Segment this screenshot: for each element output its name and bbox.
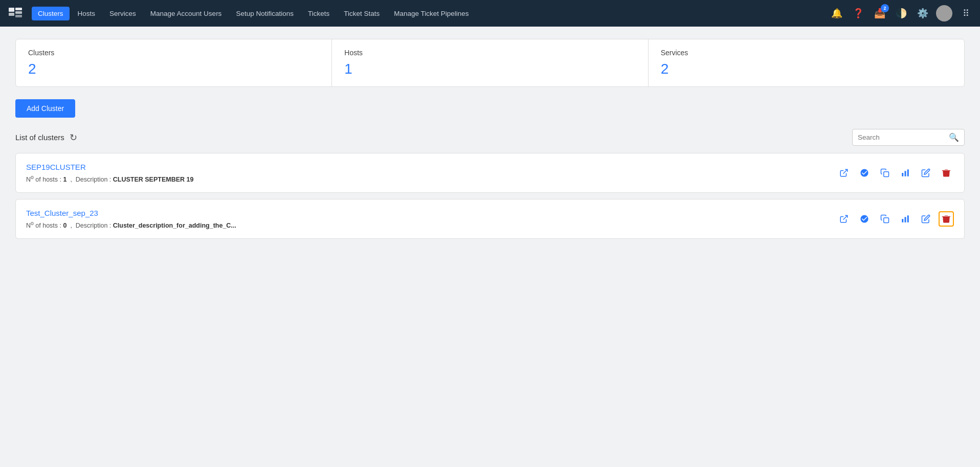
check-icon-button[interactable] [857, 211, 872, 227]
search-icon: 🔍 [949, 132, 959, 142]
theme-icon: 🌓 [896, 8, 907, 19]
refresh-icon: ↻ [70, 132, 77, 143]
nav-ticket-stats[interactable]: Ticket Stats [338, 7, 386, 20]
svg-rect-2 [15, 8, 22, 10]
help-button[interactable]: ❓ [850, 5, 866, 21]
list-title-wrap: List of clusters ↻ [15, 132, 77, 143]
edit-icon-button[interactable] [918, 211, 933, 227]
stat-value-hosts: 1 [344, 61, 635, 77]
cluster-meta: No of hosts : 1 , Description : CLUSTER … [26, 174, 193, 183]
messages-badge: 2 [881, 4, 889, 12]
stat-cards: Clusters 2 Hosts 1 Services 2 [15, 39, 965, 87]
svg-rect-0 [9, 8, 14, 12]
svg-rect-9 [907, 169, 909, 176]
bell-icon: 🔔 [831, 8, 842, 19]
stat-card-services: Services 2 [649, 39, 964, 86]
open-external-icon-button[interactable] [836, 211, 852, 227]
svg-rect-11 [884, 218, 889, 223]
help-icon: ❓ [853, 8, 864, 19]
list-header: List of clusters ↻ 🔍 [15, 129, 965, 146]
gear-icon: ⚙️ [917, 8, 928, 19]
delete-icon-button[interactable] [939, 165, 954, 181]
search-input[interactable] [858, 134, 946, 141]
svg-rect-12 [902, 219, 903, 223]
nav-manage-account-users[interactable]: Manage Account Users [144, 7, 228, 20]
cluster-name[interactable]: Test_Cluster_sep_23 [26, 209, 236, 217]
chart-icon-button[interactable] [898, 211, 913, 227]
cluster-info: SEP19CLUSTER No of hosts : 1 , Descripti… [26, 163, 193, 183]
settings-button[interactable]: ⚙️ [915, 5, 931, 21]
user-avatar[interactable] [936, 5, 952, 21]
notifications-button[interactable]: 🔔 [829, 5, 845, 21]
nav-setup-notifications[interactable]: Setup Notifications [230, 7, 300, 20]
copy-icon-button[interactable] [877, 165, 893, 181]
svg-rect-6 [884, 172, 889, 177]
delete-icon-button[interactable] [939, 211, 954, 227]
cluster-actions [836, 211, 954, 227]
svg-rect-8 [905, 171, 906, 176]
nav-services[interactable]: Services [103, 7, 142, 20]
cluster-card: SEP19CLUSTER No of hosts : 1 , Descripti… [15, 153, 965, 193]
messages-button[interactable]: 📥 2 [872, 5, 888, 21]
cluster-list: SEP19CLUSTER No of hosts : 1 , Descripti… [15, 153, 965, 239]
svg-rect-13 [905, 217, 906, 223]
svg-line-5 [843, 169, 848, 173]
add-cluster-button[interactable]: Add Cluster [15, 99, 75, 118]
stat-label-clusters: Clusters [28, 49, 319, 57]
nav-clusters[interactable]: Clusters [32, 7, 70, 20]
chart-icon-button[interactable] [898, 165, 913, 181]
cluster-meta: No of hosts : 0 , Description : Cluster_… [26, 220, 236, 229]
apps-button[interactable]: ⠿ [957, 5, 974, 21]
svg-rect-3 [15, 11, 22, 14]
cluster-info: Test_Cluster_sep_23 No of hosts : 0 , De… [26, 209, 236, 229]
stat-value-clusters: 2 [28, 61, 319, 77]
stat-value-services: 2 [661, 61, 952, 77]
nav-tickets[interactable]: Tickets [302, 7, 336, 20]
nav-manage-ticket-pipelines[interactable]: Manage Ticket Pipelines [388, 7, 475, 20]
main-content: Clusters 2 Hosts 1 Services 2 Add Cluste… [0, 27, 980, 257]
list-title: List of clusters [15, 133, 64, 142]
refresh-button[interactable]: ↻ [70, 132, 77, 143]
edit-icon-button[interactable] [918, 165, 933, 181]
copy-icon-button[interactable] [877, 211, 893, 227]
nav-hosts[interactable]: Hosts [72, 7, 102, 20]
app-logo [6, 4, 25, 23]
top-navigation: Clusters Hosts Services Manage Account U… [0, 0, 980, 27]
open-external-icon-button[interactable] [836, 165, 852, 181]
search-box: 🔍 [852, 129, 965, 146]
stat-label-hosts: Hosts [344, 49, 635, 57]
stat-card-clusters: Clusters 2 [16, 39, 332, 86]
theme-button[interactable]: 🌓 [893, 5, 909, 21]
apps-icon: ⠿ [963, 8, 969, 19]
svg-line-10 [843, 215, 848, 219]
cluster-card: Test_Cluster_sep_23 No of hosts : 0 , De… [15, 199, 965, 239]
svg-rect-4 [15, 15, 22, 17]
check-icon-button[interactable] [857, 165, 872, 181]
cluster-actions [836, 165, 954, 181]
svg-rect-14 [907, 215, 909, 223]
nav-icons-group: 🔔 ❓ 📥 2 🌓 ⚙️ ⠿ [829, 5, 974, 21]
cluster-name[interactable]: SEP19CLUSTER [26, 163, 193, 171]
stat-card-hosts: Hosts 1 [332, 39, 648, 86]
stat-label-services: Services [661, 49, 952, 57]
svg-rect-7 [902, 173, 903, 176]
svg-rect-1 [9, 13, 14, 16]
